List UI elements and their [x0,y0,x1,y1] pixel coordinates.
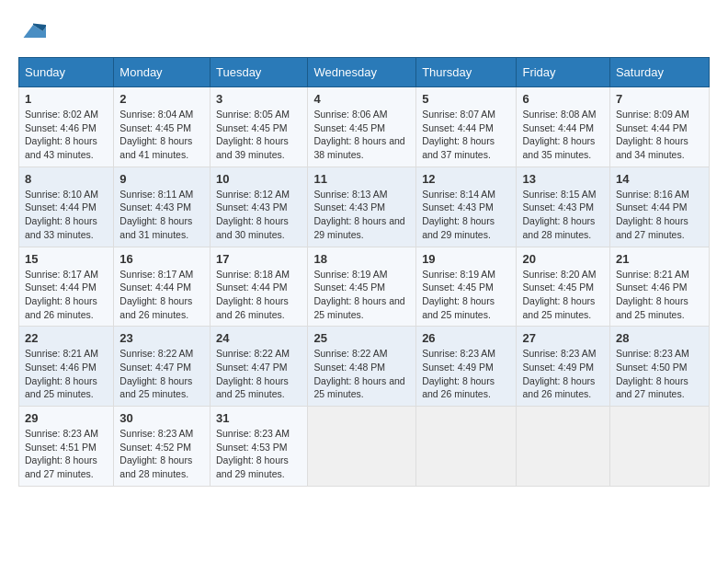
day-info: Sunrise: 8:23 AM Sunset: 4:50 PM Dayligh… [616,347,703,401]
day-of-week-tuesday: Tuesday [210,58,307,87]
sunset-time: 4:43 PM [349,201,385,213]
sunrise-label: Sunrise: [25,348,63,359]
sunset-label: Sunset: [216,282,252,293]
day-info: Sunrise: 8:02 AM Sunset: 4:46 PM Dayligh… [25,108,108,162]
sunset-time: 4:44 PM [61,201,97,213]
daylight-label: Daylight: 8 hours and 37 minutes. [422,135,495,160]
sunset-label: Sunset: [119,362,155,373]
calendar-cell: 3 Sunrise: 8:05 AM Sunset: 4:45 PM Dayli… [210,87,307,167]
day-info: Sunrise: 8:16 AM Sunset: 4:44 PM Dayligh… [616,188,703,242]
sunrise-label: Sunrise: [522,269,560,280]
sunset-label: Sunset: [216,442,252,453]
calendar-cell: 19 Sunrise: 8:19 AM Sunset: 4:45 PM Dayl… [416,247,517,327]
day-number: 3 [216,92,301,106]
sunset-label: Sunset: [25,122,61,133]
sunset-label: Sunset: [25,201,61,213]
day-info: Sunrise: 8:05 AM Sunset: 4:45 PM Dayligh… [216,108,301,162]
sunrise-label: Sunrise: [422,348,460,359]
sunrise-label: Sunrise: [216,428,254,439]
day-number: 26 [422,331,510,345]
sunrise-time: 8:17 AM [158,269,194,280]
sunset-time: 4:47 PM [252,362,288,373]
sunrise-time: 8:19 AM [352,269,388,280]
sunset-label: Sunset: [119,201,155,213]
sunset-label: Sunset: [422,201,458,213]
calendar-cell: 12 Sunrise: 8:14 AM Sunset: 4:43 PM Dayl… [416,167,517,247]
sunset-label: Sunset: [216,122,252,133]
sunrise-label: Sunrise: [522,348,560,359]
sunset-time: 4:49 PM [458,362,494,373]
day-number: 24 [216,331,301,345]
day-info: Sunrise: 8:10 AM Sunset: 4:44 PM Dayligh… [25,188,108,242]
calendar-cell: 5 Sunrise: 8:07 AM Sunset: 4:44 PM Dayli… [416,87,517,167]
daylight-label: Daylight: 8 hours and 29 minutes. [216,454,289,479]
sunrise-time: 8:22 AM [254,348,290,359]
day-number: 18 [313,252,410,266]
day-info: Sunrise: 8:23 AM Sunset: 4:53 PM Dayligh… [216,427,301,481]
sunrise-time: 8:14 AM [461,189,496,200]
daylight-label: Daylight: 8 hours and 29 minutes. [422,215,495,240]
sunset-time: 4:46 PM [61,122,97,133]
sunset-time: 4:45 PM [558,282,594,293]
day-of-week-wednesday: Wednesday [308,58,416,87]
daylight-label: Daylight: 8 hours and 27 minutes. [616,375,688,400]
sunset-time: 4:43 PM [252,201,288,213]
sunrise-time: 8:15 AM [561,189,597,200]
calendar-week-row: 1 Sunrise: 8:02 AM Sunset: 4:46 PM Dayli… [19,87,710,167]
calendar-cell: 23 Sunrise: 8:22 AM Sunset: 4:47 PM Dayl… [114,327,210,407]
day-number: 5 [422,92,510,106]
day-number: 19 [422,252,510,266]
sunset-label: Sunset: [119,122,155,133]
sunrise-label: Sunrise: [616,189,654,200]
day-number: 16 [119,252,204,266]
sunset-label: Sunset: [616,282,652,293]
day-number: 29 [25,411,108,425]
daylight-label: Daylight: 8 hours and 25 minutes. [522,295,595,320]
calendar-cell: 15 Sunrise: 8:17 AM Sunset: 4:44 PM Dayl… [19,247,114,327]
day-number: 23 [119,331,204,345]
day-number: 7 [616,92,703,106]
sunrise-label: Sunrise: [216,269,254,280]
sunrise-time: 8:12 AM [254,189,290,200]
calendar-cell: 25 Sunrise: 8:22 AM Sunset: 4:48 PM Dayl… [308,327,416,407]
daylight-label: Daylight: 8 hours and 28 minutes. [119,454,192,479]
sunrise-time: 8:10 AM [63,189,98,200]
calendar-week-row: 29 Sunrise: 8:23 AM Sunset: 4:51 PM Dayl… [19,407,710,487]
day-info: Sunrise: 8:08 AM Sunset: 4:44 PM Dayligh… [522,108,603,162]
calendar-cell: 17 Sunrise: 8:18 AM Sunset: 4:44 PM Dayl… [210,247,307,327]
day-info: Sunrise: 8:19 AM Sunset: 4:45 PM Dayligh… [313,268,410,322]
sunset-label: Sunset: [25,442,61,453]
calendar-cell [308,407,416,487]
sunset-time: 4:43 PM [458,201,494,213]
sunrise-label: Sunrise: [313,269,351,280]
day-info: Sunrise: 8:22 AM Sunset: 4:47 PM Dayligh… [119,347,204,401]
calendar-cell: 24 Sunrise: 8:22 AM Sunset: 4:47 PM Dayl… [210,327,307,407]
daylight-label: Daylight: 8 hours and 26 minutes. [25,295,97,320]
sunrise-label: Sunrise: [616,109,654,120]
sunset-label: Sunset: [616,201,652,213]
sunrise-time: 8:08 AM [561,109,597,120]
day-number: 17 [216,252,301,266]
sunset-time: 4:43 PM [155,201,191,213]
daylight-label: Daylight: 8 hours and 25 minutes. [313,295,404,320]
sunrise-time: 8:23 AM [654,348,689,359]
sunset-label: Sunset: [119,282,155,293]
daylight-label: Daylight: 8 hours and 25 minutes. [119,375,192,400]
day-info: Sunrise: 8:09 AM Sunset: 4:44 PM Dayligh… [616,108,703,162]
calendar-cell: 31 Sunrise: 8:23 AM Sunset: 4:53 PM Dayl… [210,407,307,487]
sunset-label: Sunset: [313,282,349,293]
daylight-label: Daylight: 8 hours and 25 minutes. [216,375,289,400]
day-info: Sunrise: 8:23 AM Sunset: 4:51 PM Dayligh… [25,427,108,481]
calendar-cell: 9 Sunrise: 8:11 AM Sunset: 4:43 PM Dayli… [114,167,210,247]
day-number: 11 [313,172,410,186]
calendar-week-row: 15 Sunrise: 8:17 AM Sunset: 4:44 PM Dayl… [19,247,710,327]
day-info: Sunrise: 8:11 AM Sunset: 4:43 PM Dayligh… [119,188,204,242]
sunrise-time: 8:22 AM [352,348,388,359]
sunrise-time: 8:23 AM [63,428,98,439]
calendar-cell: 28 Sunrise: 8:23 AM Sunset: 4:50 PM Dayl… [609,327,709,407]
calendar-cell: 20 Sunrise: 8:20 AM Sunset: 4:45 PM Dayl… [517,247,609,327]
daylight-label: Daylight: 8 hours and 28 minutes. [522,215,595,240]
daylight-label: Daylight: 8 hours and 26 minutes. [522,375,595,400]
sunrise-label: Sunrise: [422,109,460,120]
day-info: Sunrise: 8:23 AM Sunset: 4:49 PM Dayligh… [422,347,510,401]
